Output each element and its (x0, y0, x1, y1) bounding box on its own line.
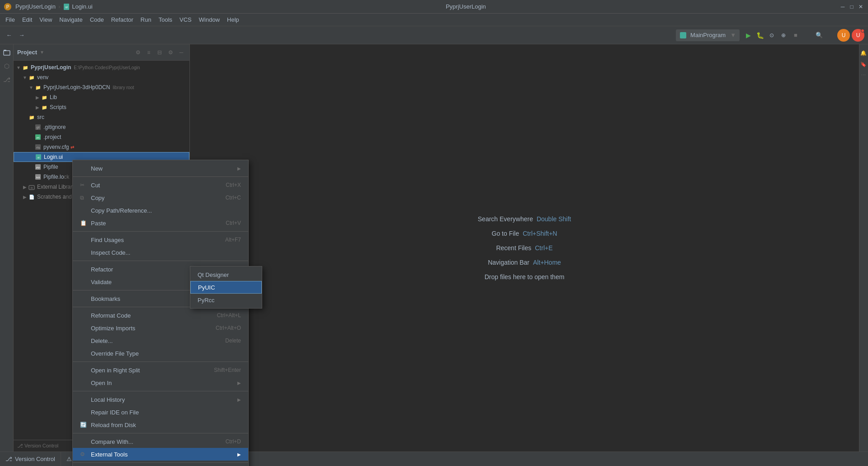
tree-src[interactable]: 📁 src (14, 112, 189, 122)
toolbar: ← → MainProgram ▼ ▶ 🐛 ⊙ ⊕ ■ 🔍 U U (0, 26, 868, 44)
tree-root[interactable]: ▼ 📁 PyprjUserLogin E:\Python Codes\Pyprj… (14, 62, 189, 72)
sidebar-notifications[interactable]: 🔔 (860, 48, 868, 57)
profile-button[interactable]: ⊕ (778, 30, 788, 40)
panel-hide-button[interactable]: ─ (177, 48, 186, 57)
ctx-paste[interactable]: 📋 Paste Ctrl+V (73, 217, 248, 229)
external-tools-submenu: Qt Designer PyUIC PyRcc (190, 266, 262, 309)
svg-rect-4 (680, 32, 686, 38)
panel-sort-button[interactable]: ≡ (144, 48, 153, 57)
copy-icon: ⧉ (80, 195, 87, 201)
panel-settings-button[interactable]: ⚙ (133, 48, 142, 57)
menu-view[interactable]: View (36, 14, 56, 25)
menu-bar: File Edit View Navigate Code Refactor Ru… (0, 14, 868, 26)
ctx-sep6 (73, 361, 248, 362)
back-button[interactable]: ← (4, 30, 14, 41)
ctx-reformat[interactable]: Reformat Code Ctrl+Alt+L (73, 309, 248, 322)
menu-tools[interactable]: Tools (155, 14, 176, 25)
tab-version-control[interactable]: ⎇ Version Control (0, 452, 61, 466)
window-controls: ─ □ ✕ (839, 3, 864, 10)
ctx-sep8 (73, 433, 248, 433)
tree-gitignore[interactable]: git .gitignore (14, 122, 189, 132)
goto-file-hint: Go to File Ctrl+Shift+N (492, 230, 557, 237)
ctx-open-right-split[interactable]: Open in Right Split Shift+Enter (73, 364, 248, 376)
project-name: PyprjUserLogin (15, 3, 56, 10)
editor-area: Search Everywhere Double Shift Go to Fil… (190, 44, 859, 452)
ctx-repair-ide[interactable]: Repair IDE on File (73, 406, 248, 418)
menu-code[interactable]: Code (86, 14, 108, 25)
sidebar-bookmarks-right[interactable]: 🔖 (860, 59, 868, 69)
svg-text:cfg: cfg (36, 146, 40, 149)
tree-scripts[interactable]: ▶ 📁 Scripts (14, 102, 189, 112)
debug-button[interactable]: 🐛 (755, 30, 765, 40)
ctx-copy-path[interactable]: Copy Path/Reference... (73, 204, 248, 217)
ctx-cut[interactable]: ✂ Cut Ctrl+X (73, 179, 248, 191)
menu-edit[interactable]: Edit (19, 14, 36, 25)
ctx-new[interactable]: New ▶ (73, 162, 248, 175)
panel-gear-button[interactable]: ⚙ (166, 48, 175, 57)
ctx-override-file-type[interactable]: Override File Type (73, 347, 248, 360)
menu-window[interactable]: Window (195, 14, 223, 25)
ctx-optimize[interactable]: Optimize Imports Ctrl+Alt+O (73, 322, 248, 334)
user-avatar[interactable]: U (837, 29, 850, 42)
svg-text:lib: lib (30, 186, 33, 189)
run-configuration[interactable]: MainProgram ▼ (676, 29, 740, 41)
version-control-label[interactable]: ⎇ Version Control (17, 443, 58, 449)
submenu-pyuic[interactable]: PyUIC (190, 281, 262, 294)
ctx-compare-with[interactable]: Compare With... Ctrl+D (73, 435, 248, 448)
svg-rect-5 (4, 51, 10, 55)
submenu-qt-designer[interactable]: Qt Designer (190, 268, 262, 281)
forward-button[interactable]: → (16, 30, 27, 41)
search-everywhere-button[interactable]: 🔍 (814, 30, 825, 41)
problems-icon: ⚠ (66, 456, 72, 462)
svg-text:pip: pip (36, 166, 40, 169)
notification-avatar[interactable]: U (852, 29, 864, 42)
tree-venv[interactable]: ▼ 📁 venv (14, 72, 189, 82)
right-sidebar: 🔔 🔖 ⋮ (859, 44, 868, 452)
svg-text:git: git (36, 126, 39, 129)
main-layout: ⬡ ⎇ Project ▼ ⚙ ≡ ⊟ ⚙ ─ ▼ 📁 PyprjUserLog… (0, 44, 868, 452)
ctx-sep2 (73, 231, 248, 232)
panel-dropdown-icon[interactable]: ▼ (40, 50, 44, 55)
ctx-inspect-code[interactable]: Inspect Code... (73, 246, 248, 259)
run-button[interactable]: ▶ (743, 30, 753, 40)
svg-text:ui: ui (38, 156, 40, 159)
minimize-button[interactable]: ─ (839, 3, 846, 10)
paste-icon: 📋 (80, 220, 87, 226)
menu-help[interactable]: Help (223, 14, 243, 25)
version-control-icon: ⎇ (5, 456, 12, 462)
stop-button[interactable]: ■ (790, 30, 801, 41)
search-everywhere-hint: Search Everywhere Double Shift (478, 215, 571, 223)
app-logo-icon: P (4, 3, 12, 11)
sidebar-structure[interactable]: ⋮ (860, 71, 868, 79)
tree-pyvenv[interactable]: cfg pyvenv.cfg ⇄ (14, 142, 189, 152)
title-bar: P PyprjUserLogin › ui Login.ui PyprjUser… (0, 0, 868, 14)
ctx-copy[interactable]: ⧉ Copy Ctrl+C (73, 191, 248, 204)
menu-refactor[interactable]: Refactor (108, 14, 137, 25)
external-tools-icon: ⚙ (80, 451, 87, 457)
tree-project-file[interactable]: prj .project (14, 132, 189, 142)
sidebar-project-icon[interactable] (0, 46, 13, 59)
ctx-find-usages[interactable]: Find Usages Alt+F7 (73, 233, 248, 246)
coverage-button[interactable]: ⊙ (767, 30, 777, 40)
panel-header: Project ▼ ⚙ ≡ ⊟ ⚙ ─ (14, 44, 189, 61)
submenu-pyrcc[interactable]: PyRcc (190, 294, 262, 306)
tree-lib-root[interactable]: ▼ 📁 PyprjUserLogin-3dHp0DCN library root (14, 82, 189, 92)
panel-collapse-button[interactable]: ⊟ (155, 48, 164, 57)
tree-lib[interactable]: ▶ 📁 Lib (14, 92, 189, 102)
ctx-external-tools[interactable]: ⚙ External Tools ▶ (73, 448, 248, 461)
menu-navigate[interactable]: Navigate (56, 14, 86, 25)
sidebar-vcs-icon[interactable]: ⎇ (0, 73, 13, 86)
panel-icons: ⚙ ≡ ⊟ ⚙ ─ (133, 48, 186, 57)
ctx-local-history[interactable]: Local History ▶ (73, 393, 248, 406)
ctx-sep7 (73, 391, 248, 391)
ctx-open-in[interactable]: Open In ▶ (73, 376, 248, 389)
menu-file[interactable]: File (2, 14, 19, 25)
run-config-name: MainProgram (690, 32, 726, 38)
ctx-delete[interactable]: Delete... Delete (73, 334, 248, 347)
menu-vcs[interactable]: VCS (176, 14, 195, 25)
maximize-button[interactable]: □ (848, 3, 855, 10)
sidebar-commit-icon[interactable]: ⬡ (0, 60, 13, 72)
close-button[interactable]: ✕ (857, 3, 864, 10)
menu-run[interactable]: Run (137, 14, 155, 25)
ctx-reload-disk[interactable]: 🔄 Reload from Disk (73, 418, 248, 431)
